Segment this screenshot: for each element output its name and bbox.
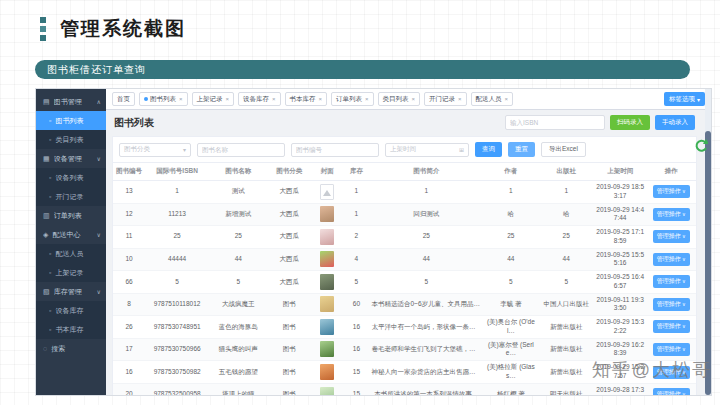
cell-cover [311, 203, 343, 226]
cell-cover [311, 248, 343, 271]
cell-action: 管理操作 ∨ [646, 203, 696, 226]
sidebar-item-3[interactable]: ▦设备管理∨ [36, 149, 106, 168]
green-arrow-annotation-icon [694, 139, 708, 153]
manual-entry-button[interactable]: 手动录入 [655, 115, 695, 130]
table-row: 6655大西瓜55552019-09-25 16:46:57管理操作 ∨ [113, 271, 696, 294]
tab-2[interactable]: 上架记录× [192, 92, 235, 106]
cell-publisher: 哈 [539, 203, 594, 226]
chevron-down-icon: ▾ [697, 96, 700, 103]
column-header-8: 出版社 [539, 163, 594, 181]
sidebar-item-11[interactable]: ▫设备库存 [36, 301, 106, 320]
book-code-field[interactable] [291, 143, 379, 157]
close-icon[interactable]: × [412, 96, 416, 102]
cell-category: 大西瓜 [267, 181, 311, 204]
cell-publisher: 25 [539, 226, 594, 249]
close-icon[interactable]: × [505, 96, 509, 102]
cell-cover [311, 316, 343, 339]
calendar-icon: ⊞ [459, 146, 464, 153]
close-icon[interactable]: × [272, 96, 276, 102]
tab-7[interactable]: 开门记录× [424, 92, 467, 106]
cell-id: 16 [113, 361, 145, 384]
sidebar-item-8[interactable]: ▫配送人员 [36, 244, 106, 263]
manage-actions-button[interactable]: 管理操作 ∨ [653, 185, 690, 198]
tag-options-label: 标签选项 [669, 95, 695, 104]
cell-intro: 太平洋中有一个岛屿，形状像一条侧躺的海豚… [370, 316, 484, 339]
sidebar-item-1[interactable]: ▫图书列表 [36, 111, 106, 130]
book-name-input[interactable] [202, 146, 280, 153]
cell-publisher: 新蕾出版社 [539, 361, 594, 384]
close-icon[interactable]: × [179, 96, 183, 102]
cell-stock: 16 [343, 338, 369, 361]
sidebar-item-6[interactable]: ▥订单列表 [36, 206, 106, 225]
category-select[interactable]: 图书分类 ▾ [119, 143, 191, 157]
table-row: 209787532500958塔顶上的猫图书15本书所讲述的第一本系列温情故事…… [113, 383, 696, 396]
cell-intro: 本书所讲述的第一本系列温情故事… [370, 383, 484, 396]
cell-id: 13 [113, 181, 145, 204]
reset-button[interactable]: 重置 [508, 142, 535, 157]
cell-intro: 5 [370, 271, 484, 294]
book-code-input[interactable] [296, 146, 374, 153]
close-icon[interactable]: × [458, 96, 462, 102]
manage-actions-button[interactable]: 管理操作 ∨ [653, 275, 690, 288]
tab-3[interactable]: 设备库存× [238, 92, 281, 106]
sidebar-item-12[interactable]: ▫书本库存 [36, 320, 106, 339]
cell-stock: 16 [343, 316, 369, 339]
sidebar-item-5[interactable]: ▫开门记录 [36, 187, 106, 206]
sidebar-item-label: 上架记录 [55, 268, 101, 278]
tag-options-button[interactable]: 标签选项 ▾ [664, 92, 705, 106]
page-header: 管理系统截图 [40, 16, 186, 42]
chevron-up-icon: ∧ [97, 98, 101, 105]
close-icon[interactable]: × [226, 96, 230, 102]
manage-actions-button[interactable]: 管理操作 ∨ [653, 298, 690, 311]
sidebar-item-7[interactable]: ◈配送中心∨ [36, 225, 106, 244]
tab-0[interactable]: 首页 [112, 92, 135, 106]
tab-4[interactable]: 书本库存× [285, 92, 328, 106]
manage-actions-button[interactable]: 管理操作 ∨ [653, 388, 690, 396]
tab-5[interactable]: 订单列表× [331, 92, 374, 106]
sidebar-item-label: 搜索 [51, 344, 101, 354]
manage-actions-label: 管理操作 [657, 233, 681, 239]
tab-label: 类目列表 [383, 95, 409, 104]
sidebar-item-10[interactable]: ▧库存管理∨ [36, 282, 106, 301]
manage-actions-button[interactable]: 管理操作 ∨ [653, 253, 690, 266]
manage-actions-label: 管理操作 [657, 188, 681, 194]
cell-category: 图书 [267, 316, 311, 339]
sidebar-item-2[interactable]: ▫类目列表 [36, 130, 106, 149]
cell-time: 2019-09-28 17:32:1 [594, 383, 646, 396]
search-button[interactable]: 查询 [475, 142, 502, 157]
tab-8[interactable]: 配送人员× [471, 92, 514, 106]
cell-author: 44 [483, 248, 538, 271]
manage-actions-button[interactable]: 管理操作 ∨ [653, 208, 690, 221]
list-icon: ▫ [49, 174, 51, 181]
sidebar-item-13[interactable]: ◌搜索 [36, 339, 106, 358]
list-icon: ▫ [49, 326, 51, 333]
chevron-down-icon: ∨ [97, 155, 101, 162]
shelf-date-picker[interactable]: 上架时间 ⊞ [385, 143, 469, 157]
cell-intro: 25 [370, 226, 484, 249]
close-icon[interactable]: × [365, 96, 369, 102]
tab-1[interactable]: 图书列表× [139, 92, 188, 106]
sidebar-item-4[interactable]: ▫设备列表 [36, 168, 106, 187]
scrollbar-thumb[interactable] [705, 131, 711, 395]
manage-actions-button[interactable]: 管理操作 ∨ [653, 230, 690, 243]
tab-6[interactable]: 类目列表× [378, 92, 421, 106]
sidebar-item-0[interactable]: ▤图书管理∧ [36, 92, 106, 111]
sidebar-item-9[interactable]: ▫上架记录 [36, 263, 106, 282]
chevron-down-icon: ∨ [681, 323, 686, 329]
export-excel-button[interactable]: 导出Excel [541, 142, 586, 157]
cell-publisher: 明天出版社 [539, 383, 594, 396]
close-icon[interactable]: × [319, 96, 323, 102]
truck-icon: ◈ [43, 231, 48, 239]
cell-isbn: 1 [145, 181, 209, 204]
sidebar-item-label: 设备列表 [55, 173, 101, 183]
cell-category: 大西瓜 [267, 203, 311, 226]
cell-author: 哈 [483, 203, 538, 226]
column-header-3: 图书分类 [267, 163, 311, 181]
list-icon: ▫ [49, 269, 51, 276]
manage-actions-button[interactable]: 管理操作 ∨ [653, 320, 690, 333]
book-name-field[interactable] [197, 143, 285, 157]
manage-actions-button[interactable]: 管理操作 ∨ [653, 343, 690, 356]
manage-actions-label: 管理操作 [657, 301, 681, 307]
scan-entry-button[interactable]: 扫码录入 [610, 115, 650, 130]
scan-input[interactable] [505, 115, 605, 130]
